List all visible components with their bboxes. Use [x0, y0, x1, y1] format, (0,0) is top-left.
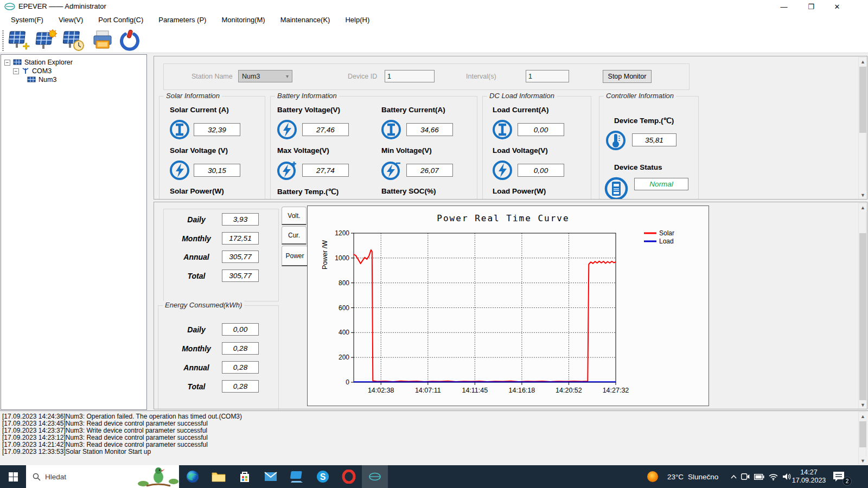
device-id-input[interactable]: [385, 70, 435, 82]
tab-cur[interactable]: Cur.: [282, 226, 307, 245]
scroll-down-icon[interactable]: ▼: [859, 401, 867, 409]
device-temp-label: Device Temp.(℃): [614, 116, 674, 125]
taskbar: Hledat: [0, 465, 868, 488]
tray-battery-icon[interactable]: [752, 465, 766, 488]
notification-center-button[interactable]: 2: [828, 465, 850, 488]
solar-current-value: 32,39: [194, 123, 240, 136]
battery-voltage-value: 27,46: [302, 123, 349, 136]
collapse-icon[interactable]: −: [4, 60, 10, 66]
menu-system[interactable]: System(F): [3, 13, 51, 27]
top-panel-scrollbar[interactable]: ▲ ▼: [858, 57, 866, 199]
menu-view[interactable]: View(V): [51, 13, 91, 27]
group-title: DC Load Information: [487, 92, 557, 100]
scrollbar-thumb[interactable]: [859, 67, 866, 133]
taskbar-app-store[interactable]: [232, 465, 258, 488]
log-scrollbar[interactable]: ▲ ▼: [858, 412, 866, 465]
skype-icon: S: [316, 470, 330, 484]
scroll-down-icon[interactable]: ▼: [859, 457, 867, 465]
taskbar-clock[interactable]: 14:27 17.09.2023: [791, 465, 827, 488]
current-icon: [380, 119, 402, 140]
svg-text:1200: 1200: [335, 229, 349, 237]
weather-condition[interactable]: Slunečno: [688, 465, 727, 488]
station-history-icon[interactable]: [62, 29, 85, 52]
station-name-select[interactable]: Num3▾: [238, 70, 292, 82]
scroll-up-icon[interactable]: ▲: [859, 412, 867, 421]
interval-label: Interval(s): [466, 73, 496, 80]
app-logo-icon: [4, 3, 15, 10]
scrollbar-thumb[interactable]: [859, 233, 866, 400]
station-name-value: Num3: [242, 73, 260, 80]
start-button[interactable]: [0, 465, 26, 488]
taskbar-app-opera[interactable]: [336, 465, 362, 488]
menu-port-config[interactable]: Port Config(C): [91, 13, 151, 27]
minimize-button[interactable]: —: [774, 0, 794, 13]
tree-item-station-explorer[interactable]: − Station Explorer: [4, 58, 73, 67]
taskbar-app-edge[interactable]: [180, 465, 206, 488]
svg-text:400: 400: [339, 329, 349, 336]
daily-label: Daily: [173, 215, 220, 224]
monthly-label: Monthly: [173, 344, 220, 353]
solar-current-label: Solar Current (A): [170, 106, 229, 114]
taskbar-search[interactable]: Hledat: [26, 465, 179, 488]
tree-label: Num3: [39, 76, 56, 84]
clock-time: 14:27: [800, 468, 817, 477]
min-voltage-label: Min Voltage(V): [381, 146, 432, 155]
weather-sun-icon[interactable]: [643, 465, 662, 488]
tree-item-num3[interactable]: Num3: [27, 75, 56, 84]
scroll-down-icon[interactable]: ▼: [859, 191, 867, 200]
taskbar-app-mail[interactable]: [258, 465, 284, 488]
menu-monitoring[interactable]: Monitoring(M): [214, 13, 272, 27]
svg-text:14:27:32: 14:27:32: [603, 387, 629, 394]
voltage-icon: [492, 159, 513, 181]
tab-power[interactable]: Power: [282, 246, 308, 266]
restore-button[interactable]: ❐: [801, 0, 821, 13]
close-button[interactable]: ✕: [827, 0, 847, 13]
menu-maintenance[interactable]: Maintenance(K): [273, 13, 338, 27]
epever-app-icon: [368, 472, 381, 481]
interval-input[interactable]: [526, 70, 569, 82]
station-config-icon[interactable]: [35, 29, 58, 52]
total-label: Total: [173, 272, 220, 280]
menu-help[interactable]: Help(H): [337, 13, 377, 27]
toolbar-grip[interactable]: [2, 30, 4, 51]
taskbar-app-file-explorer[interactable]: [206, 465, 232, 488]
power-off-icon[interactable]: [118, 29, 141, 52]
voltage-plus-icon: [276, 159, 298, 181]
curve-panel-scrollbar[interactable]: ▲ ▼: [858, 203, 866, 409]
stop-monitor-button[interactable]: Stop Monitor: [603, 70, 652, 83]
collapse-icon[interactable]: −: [13, 68, 19, 74]
taskbar-app-remote-desktop[interactable]: [284, 465, 310, 488]
tree-item-com3[interactable]: − COM3: [13, 67, 52, 75]
current-icon: [169, 119, 190, 140]
voltage-icon: [169, 159, 190, 181]
taskbar-app-skype[interactable]: S: [310, 465, 336, 488]
svg-text:200: 200: [339, 354, 349, 361]
monthly-label: Monthly: [173, 234, 220, 243]
chevron-down-icon: ▾: [286, 73, 289, 79]
realtime-info-panel: Station Name Num3▾ Device ID Interval(s)…: [154, 56, 867, 200]
battery-soc-label: Battery SOC(%): [381, 187, 436, 195]
taskbar-app-epever-active[interactable]: [362, 465, 388, 488]
group-title: Controller Information: [604, 92, 676, 100]
log-line: [17.09.2023 14:24:36]Num3: Operation fai…: [2, 413, 242, 420]
scrollbar-thumb[interactable]: [859, 421, 866, 447]
scroll-up-icon[interactable]: ▲: [859, 203, 867, 212]
monthly-generated-value: 172,51: [222, 232, 259, 245]
tray-meet-now-icon[interactable]: [739, 465, 752, 488]
device-icon: [604, 175, 629, 200]
menu-parameters[interactable]: Parameters (P): [151, 13, 214, 27]
edge-icon: [186, 470, 200, 484]
max-voltage-label: Max Voltage(V): [277, 146, 329, 155]
tray-wifi-icon[interactable]: [766, 465, 780, 488]
folder-icon: [212, 471, 226, 483]
tab-volt[interactable]: Volt.: [282, 207, 307, 225]
log-line: [17.09.2023 14:23:12]Num3: Read device c…: [2, 434, 208, 441]
windows-logo-icon: [9, 472, 18, 481]
tray-chevron-up-icon[interactable]: [727, 465, 740, 488]
svg-text:600: 600: [339, 304, 349, 312]
print-icon[interactable]: [91, 29, 114, 52]
log-line: [17.09.2023 14:23:45]Num3: Read device c…: [2, 420, 208, 427]
add-station-icon[interactable]: +: [8, 29, 31, 52]
weather-temp[interactable]: 23°C: [663, 465, 688, 488]
scroll-up-icon[interactable]: ▲: [859, 57, 867, 66]
